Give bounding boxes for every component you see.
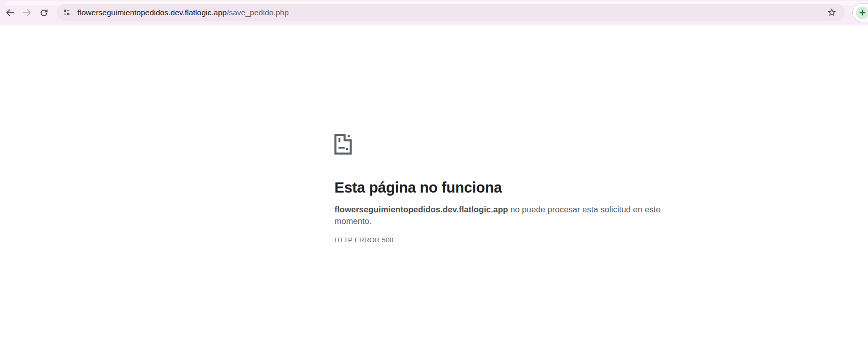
- forward-button[interactable]: [18, 4, 35, 21]
- error-title: Esta página no funciona: [334, 179, 664, 197]
- reload-icon: [39, 8, 49, 18]
- plus-icon: [859, 9, 866, 16]
- back-button[interactable]: [2, 4, 19, 21]
- error-code: HTTP ERROR 500: [334, 236, 664, 244]
- url-path: /save_pedido.php: [227, 8, 288, 17]
- forward-arrow-icon: [22, 8, 32, 18]
- site-info-button[interactable]: [60, 6, 73, 19]
- browser-toolbar: flowerseguimientopedidos.dev.flatlogic.a…: [0, 0, 868, 25]
- error-message-domain: flowerseguimientopedidos.dev.flatlogic.a…: [334, 205, 508, 214]
- star-icon: [827, 8, 837, 17]
- plus-circle: [856, 7, 868, 19]
- url-text[interactable]: flowerseguimientopedidos.dev.flatlogic.a…: [78, 4, 824, 21]
- error-message: flowerseguimientopedidos.dev.flatlogic.a…: [334, 204, 664, 227]
- reload-button[interactable]: [35, 4, 52, 21]
- page-content-area: Esta página no funciona flowerseguimient…: [0, 25, 868, 337]
- site-info-tune-icon: [62, 8, 71, 17]
- back-arrow-icon: [5, 8, 15, 18]
- bookmark-button[interactable]: [824, 5, 839, 20]
- sad-page-icon: [334, 134, 352, 155]
- url-bar[interactable]: flowerseguimientopedidos.dev.flatlogic.a…: [57, 4, 845, 21]
- profile-button[interactable]: [852, 3, 868, 22]
- url-domain: flowerseguimientopedidos.dev.flatlogic.a…: [78, 8, 227, 17]
- error-content: Esta página no funciona flowerseguimient…: [334, 134, 664, 244]
